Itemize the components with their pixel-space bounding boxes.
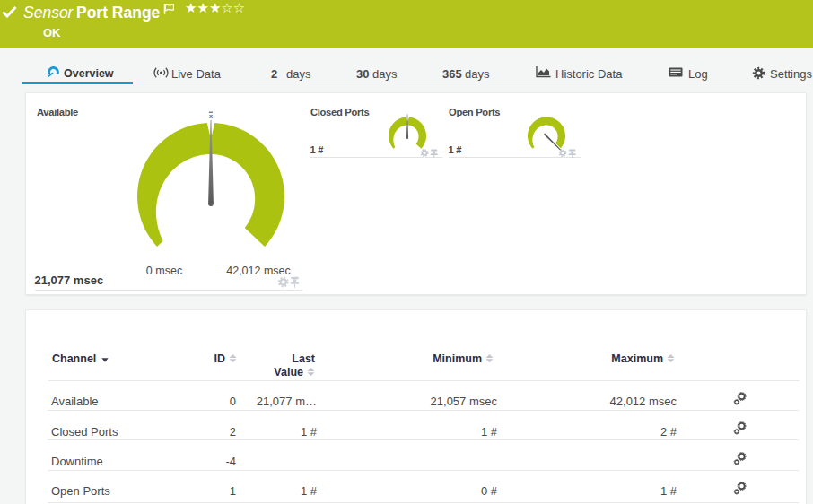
- svg-text:x: x: [209, 112, 213, 120]
